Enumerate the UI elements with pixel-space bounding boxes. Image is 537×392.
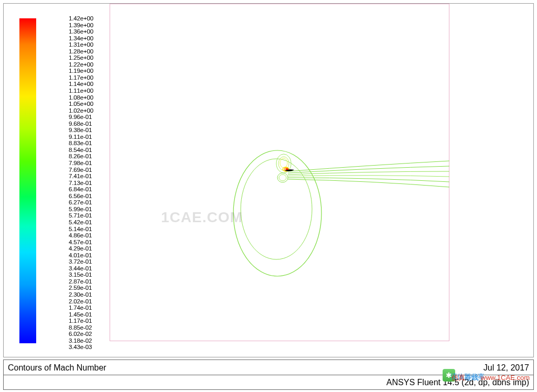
svg-point-0 [233,150,321,276]
footer-panel: Contours of Mach Number Jul 12, 2017 ANS… [3,360,534,390]
legend-value: 3.43e-03 [69,344,121,350]
color-legend: 1.42e+001.39e+001.36e+001.34e+001.31e+00… [19,15,109,351]
svg-point-6 [279,175,286,181]
colorbar [19,18,36,343]
footer-divider [4,375,533,375]
plot-area: 1.42e+001.39e+001.36e+001.34e+001.31e+00… [3,3,534,357]
software-version: ANSYS Fluent 14.5 (2d, dp, dbns imp) [386,378,529,387]
contour-plot [110,4,449,341]
plot-title: Contours of Mach Number [8,363,106,373]
plot-date: Jul 12, 2017 [484,363,529,373]
